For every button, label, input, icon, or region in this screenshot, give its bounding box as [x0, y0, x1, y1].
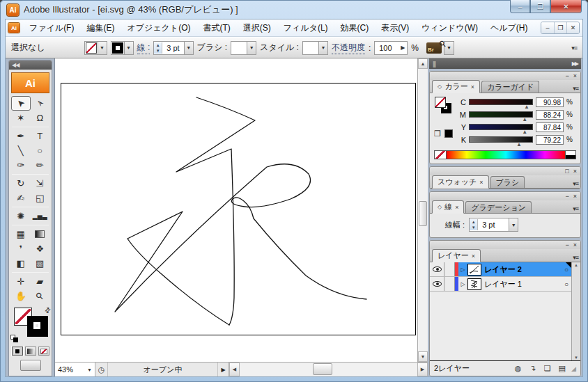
menu-effect[interactable]: 効果(C)	[335, 20, 375, 36]
cyan-value-field[interactable]: 90.98	[536, 97, 564, 107]
style-combo[interactable]: ▼	[302, 41, 328, 55]
warp-tool[interactable]: ✍	[11, 191, 31, 205]
line-segment-tool[interactable]: ╲	[11, 143, 31, 158]
brush-combo[interactable]: ▼	[231, 41, 256, 55]
gradient-mode-button[interactable]	[25, 347, 36, 356]
slider-thumb[interactable]: ▲	[516, 142, 522, 147]
black-value-field[interactable]: 79.22	[536, 135, 564, 145]
blend-tool[interactable]: ❖	[31, 241, 50, 256]
opacity-field[interactable]: 100 ▶	[374, 41, 408, 55]
menu-select[interactable]: 選択(S)	[238, 20, 277, 36]
stroke-swatch-active[interactable]	[27, 316, 48, 337]
tab-close-icon[interactable]: ×	[471, 83, 474, 90]
stroke-width-stepper[interactable]: ▲▼ 3 pt ▼	[153, 41, 193, 55]
menu-type[interactable]: 書式(T)	[197, 20, 235, 36]
mesh-tool[interactable]: ▦	[11, 227, 31, 241]
tab-brushes[interactable]: ブラシ	[490, 176, 525, 188]
layer-name[interactable]: レイヤー 2	[484, 264, 522, 275]
free-transform-tool[interactable]: ◱	[31, 191, 50, 205]
status-next-icon[interactable]: ▶	[218, 363, 229, 376]
menu-edit[interactable]: 編集(E)	[81, 20, 120, 36]
scroll-up-icon[interactable]: ▲	[574, 263, 578, 267]
slider-thumb[interactable]: ▲	[522, 117, 527, 122]
stroke-color-combo[interactable]: ▼	[111, 41, 134, 55]
mdi-close-button[interactable]: ✕	[566, 22, 579, 33]
panel-close-icon[interactable]: ×	[573, 72, 577, 79]
fill-color-combo[interactable]: ▼	[84, 41, 107, 55]
swap-fill-stroke-icon[interactable]: ⇄	[42, 305, 52, 315]
panel-minimize-icon[interactable]: −	[565, 193, 568, 200]
chevron-down-icon[interactable]: ▼	[318, 42, 327, 54]
black-slider[interactable]: ▲	[469, 136, 533, 143]
menu-help[interactable]: ヘルプ(H)	[485, 20, 534, 36]
spectrum-gradient[interactable]	[447, 151, 565, 159]
menu-filter[interactable]: フィルタ(L)	[278, 20, 334, 36]
dock-grip[interactable]: |||	[433, 61, 435, 67]
default-fill-stroke-icon[interactable]	[10, 335, 18, 342]
tab-close-icon[interactable]: ×	[472, 253, 475, 260]
panel-minimize-icon[interactable]: −	[565, 241, 568, 248]
scroll-down-icon[interactable]: ▼	[574, 356, 578, 360]
selection-tool[interactable]: ➤	[11, 96, 31, 111]
expand-caret-icon[interactable]: ▷	[458, 266, 467, 273]
none-mode-button[interactable]	[38, 347, 49, 356]
opacity-link[interactable]: 不透明度	[332, 42, 365, 54]
horizontal-scrollbar[interactable]: ◀ ▶	[229, 363, 428, 376]
collapse-diamond-icon[interactable]: ◇	[438, 204, 442, 210]
graph-tool[interactable]: ▂▅▃	[31, 209, 50, 223]
layer-name[interactable]: レイヤー 1	[484, 279, 522, 289]
visibility-toggle[interactable]	[430, 262, 444, 276]
collapse-diamond-icon[interactable]: ◇	[438, 83, 442, 90]
panel-menu-icon[interactable]: ▾≡	[573, 180, 578, 187]
close-button[interactable]: ✕	[550, 0, 582, 13]
scroll-left-icon[interactable]: ◀	[229, 363, 240, 376]
hand-tool[interactable]: ✋	[11, 289, 31, 303]
pencil-tool[interactable]: ✏	[31, 158, 50, 173]
menu-file[interactable]: ファイル(F)	[24, 20, 79, 36]
magic-wand-tool[interactable]: ✶	[11, 111, 31, 125]
paintbrush-tool[interactable]: ✑	[11, 158, 31, 173]
symbol-sprayer-tool[interactable]: ✺	[11, 209, 31, 223]
chevron-down-icon[interactable]: ▼	[509, 218, 518, 231]
status-clock-icon[interactable]: ◷	[95, 363, 108, 376]
lasso-tool[interactable]: Ω	[31, 111, 50, 125]
color-mode-button[interactable]	[12, 347, 23, 356]
scroll-down-icon[interactable]: ▼	[418, 351, 428, 362]
menu-view[interactable]: 表示(V)	[376, 20, 415, 36]
lock-toggle[interactable]	[444, 277, 455, 291]
vertical-scroll-thumb[interactable]	[419, 201, 427, 226]
menu-window[interactable]: ウィンドウ(W)	[416, 20, 483, 36]
stepper-arrows[interactable]: ▲▼	[154, 42, 162, 54]
tab-gradient[interactable]: グラデーション	[465, 201, 532, 213]
resize-grip[interactable]: ◢	[571, 365, 576, 372]
scroll-right-icon[interactable]: ▶	[417, 363, 428, 376]
panel-close-icon[interactable]: ×	[573, 241, 577, 248]
vertical-scrollbar[interactable]: ▲ ▼	[417, 58, 428, 362]
panel-maximize-icon[interactable]: □	[565, 168, 568, 175]
type-tool[interactable]: T	[31, 129, 50, 143]
tab-close-icon[interactable]: ×	[455, 204, 458, 211]
panel-close-icon[interactable]: ×	[573, 193, 577, 200]
stroke-panel-link[interactable]: 線 :	[137, 42, 150, 54]
opacity-slider-arrow[interactable]: ▶	[399, 45, 407, 51]
fill-proxy-none[interactable]	[435, 97, 446, 108]
color-spectrum-bar[interactable]	[434, 150, 576, 159]
tab-color[interactable]: ◇ カラー ×	[432, 80, 480, 93]
tab-swatches[interactable]: スウォッチ ×	[432, 175, 489, 189]
restore-button[interactable]: ❐	[530, 0, 550, 13]
dock-collapse-icon[interactable]: ▶▶	[572, 61, 578, 67]
visibility-toggle[interactable]	[430, 277, 444, 291]
panel-close-icon[interactable]: ×	[573, 168, 577, 175]
yellow-value-field[interactable]: 87.84	[536, 122, 564, 132]
layer-thumbnail[interactable]	[467, 264, 481, 276]
panel-menu-icon[interactable]: ▾≡	[573, 254, 578, 261]
tab-layers[interactable]: レイヤー ×	[432, 249, 481, 262]
minimize-button[interactable]: –	[510, 0, 530, 13]
spectrum-white-black[interactable]	[565, 151, 575, 159]
chevron-down-icon[interactable]: ▼	[184, 42, 193, 54]
new-layer-button[interactable]: ❏	[541, 364, 554, 373]
tab-color-guide[interactable]: カラーガイド	[481, 81, 539, 93]
eraser-tool[interactable]: ▰	[31, 274, 50, 289]
screen-mode-button[interactable]	[20, 360, 41, 371]
toolbox-collapse-icon[interactable]: ◀◀	[9, 61, 52, 70]
